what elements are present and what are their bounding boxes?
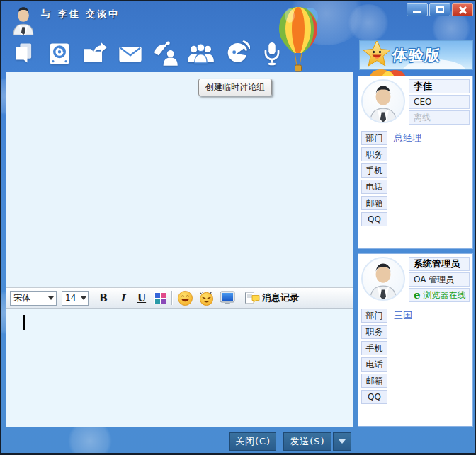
screenshot-button[interactable] [220,291,235,305]
close-window-button[interactable] [452,3,473,16]
contact-name: 系统管理员 [409,257,470,271]
main-toolbar [10,38,285,69]
maximize-icon [436,6,444,13]
window-title: 与 李佳 交谈中 [41,8,120,21]
send-mail-button[interactable] [116,38,144,69]
remote-assist-icon [152,40,179,67]
maximize-button[interactable] [429,3,450,16]
message-history-label: 消息记录 [262,292,299,304]
contact-title: OA 管理员 [409,272,470,287]
create-discussion-group-button[interactable] [187,38,215,69]
close-icon [458,6,467,14]
send-options-button[interactable] [333,432,351,451]
send-file-button[interactable] [81,38,108,69]
message-input-area[interactable] [6,309,353,427]
field-row: 职务 [361,147,470,161]
color-swatch [155,293,160,298]
bold-button[interactable]: B [96,292,110,304]
message-history-button[interactable]: 消息记录 [244,291,299,305]
chat-message-display[interactable] [6,72,353,287]
copy-document-icon [11,41,37,67]
chevron-down-icon [45,292,56,304]
chevron-down-icon [339,439,346,444]
cloud-decoration [347,4,390,41]
field-row: 部门 总经理 [361,131,470,145]
field-row: QQ [361,390,470,404]
field-label: 邮箱 [361,374,387,388]
field-row: 邮箱 [361,196,470,210]
font-color-button[interactable] [154,292,166,304]
laughing-emoji-icon [198,290,215,306]
field-row: 邮箱 [361,374,470,388]
field-row: 部门 三国 [361,309,470,323]
send-mail-icon [117,41,144,67]
field-label: 电话 [361,180,387,194]
field-row: 电话 [361,357,470,372]
chevron-down-icon [79,292,88,304]
copy-document-button[interactable] [10,38,38,69]
color-swatch [155,299,160,304]
contact-status: e 浏览器在线 [409,288,470,302]
font-size-value: 14 [62,293,79,303]
contact-status-text: 浏览器在线 [424,289,466,301]
remote-control-button[interactable] [222,38,250,69]
field-row: QQ [361,212,470,226]
field-label: 电话 [361,357,387,372]
underline-button[interactable]: U [135,292,149,304]
close-chat-button[interactable]: 关闭(C) [230,432,276,451]
tooltip: 创建临时讨论组 [198,79,272,96]
field-label: QQ [361,212,387,226]
toolbar-separator [171,291,172,305]
microphone-icon [260,40,284,67]
star-icon [361,40,392,70]
contact-status: 离线 [409,110,470,125]
remote-control-icon [223,40,250,67]
font-family-select[interactable]: 宋体 [10,291,57,306]
field-label: 部门 [361,131,387,145]
contact-title: CEO [409,95,470,109]
send-button[interactable]: 发送(S) [283,432,332,451]
cloud-decoration [65,423,115,455]
emoji-button[interactable] [177,290,193,306]
field-value: 总经理 [394,132,421,144]
cloud-decoration [288,0,366,45]
font-size-select[interactable]: 14 [62,291,89,306]
field-label: 职务 [361,147,387,161]
trial-version-badge: 体验版 [359,40,473,70]
italic-button[interactable]: I [115,292,130,304]
message-history-icon [244,291,260,305]
chat-window: 与 李佳 交谈中 [0,0,476,455]
field-row: 手机 [361,341,470,355]
color-swatch [161,293,166,298]
remote-assist-button[interactable] [152,38,179,69]
contact-avatar [361,257,405,301]
font-family-value: 宋体 [11,292,45,304]
field-label: 手机 [361,341,387,355]
contact-name: 李佳 [409,79,470,93]
text-caret [23,315,25,330]
format-toolbar: 宋体 14 B I U [6,287,353,309]
minimize-button[interactable] [407,3,428,16]
discussion-group-icon [187,40,215,67]
contact-card-lijia: 李佳 CEO 离线 部门 总经理 职务 手机 电话 邮箱 [358,76,473,249]
field-label: 邮箱 [361,196,387,210]
browser-e-icon: e [414,290,421,301]
field-label: 部门 [361,309,387,323]
field-label: 职务 [361,325,387,339]
contact-card-admin: 系统管理员 OA 管理员 e 浏览器在线 部门 三国 职务 手机 [358,253,473,427]
trial-version-label: 体验版 [392,45,443,65]
field-label: QQ [361,390,387,404]
field-row: 手机 [361,163,470,178]
field-row: 电话 [361,180,470,194]
field-value: 三国 [394,309,412,322]
titlebar-avatar [8,3,39,37]
magic-emoji-button[interactable] [198,290,215,306]
voice-chat-button[interactable] [258,38,285,69]
minimize-icon [413,11,421,13]
file-transfer-button[interactable] [45,38,73,69]
file-transfer-icon [47,41,72,67]
smiley-icon [177,290,193,306]
screen-icon [220,291,235,305]
contact-avatar [361,79,405,123]
field-label: 手机 [361,163,387,178]
